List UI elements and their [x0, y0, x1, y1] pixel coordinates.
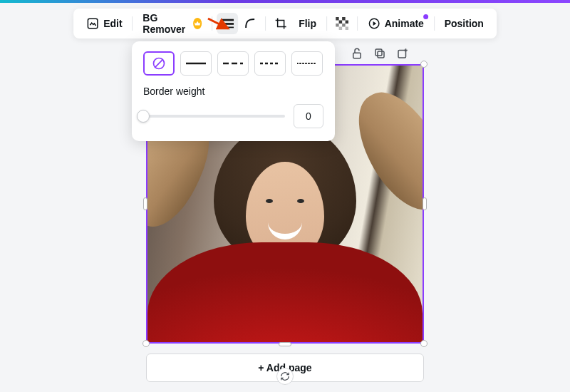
separator — [326, 16, 327, 31]
svg-rect-11 — [345, 27, 348, 31]
svg-rect-7 — [345, 21, 348, 24]
border-style-popover: Border weight 0 — [132, 41, 335, 141]
page-mini-toolbar — [349, 46, 410, 61]
resize-handle-left[interactable] — [143, 197, 147, 210]
border-weight-control: 0 — [143, 104, 323, 128]
lock-button[interactable] — [349, 46, 365, 61]
svg-rect-13 — [353, 53, 361, 58]
border-style-options — [143, 51, 323, 76]
slider-thumb[interactable] — [137, 110, 150, 123]
svg-rect-2 — [221, 23, 234, 25]
border-style-dots[interactable] — [291, 51, 323, 76]
border-style-solid[interactable] — [180, 51, 212, 76]
separator — [265, 16, 266, 31]
svg-line-18 — [155, 59, 163, 68]
corner-rounding-icon — [244, 17, 256, 30]
animate-label: Animate — [385, 18, 424, 29]
bg-remover-button[interactable]: BG Remover — [137, 8, 207, 39]
svg-rect-9 — [342, 24, 346, 27]
svg-rect-3 — [221, 27, 234, 29]
position-button[interactable]: Position — [439, 14, 489, 33]
edit-label: Edit — [103, 18, 122, 29]
separator — [212, 16, 213, 31]
sync-icon — [280, 371, 290, 381]
context-toolbar: Edit BG Remover Flip — [73, 9, 497, 38]
svg-rect-4 — [336, 17, 339, 21]
flip-label: Flip — [299, 18, 316, 29]
border-style-short-dash[interactable] — [254, 51, 286, 76]
border-weight-value: 0 — [306, 110, 311, 122]
animate-icon — [368, 17, 380, 30]
separator — [357, 16, 358, 31]
svg-rect-14 — [378, 51, 384, 58]
border-weight-input[interactable]: 0 — [294, 104, 323, 128]
resize-handle-right[interactable] — [423, 197, 427, 210]
animate-button[interactable]: Animate — [362, 13, 430, 34]
crown-icon — [193, 18, 202, 29]
resize-handle-bottom[interactable] — [279, 342, 291, 346]
svg-rect-16 — [398, 51, 406, 58]
svg-rect-5 — [342, 17, 346, 21]
separator — [434, 16, 435, 31]
svg-rect-15 — [375, 49, 382, 56]
resize-handle-br[interactable] — [420, 340, 428, 347]
border-style-none[interactable] — [143, 51, 175, 76]
edit-image-icon — [86, 17, 99, 30]
transparency-button[interactable] — [331, 13, 353, 34]
svg-rect-10 — [338, 27, 342, 31]
svg-rect-6 — [338, 21, 342, 24]
add-page-icon-button[interactable] — [395, 46, 410, 61]
border-style-button[interactable] — [217, 13, 238, 34]
resize-handle-tr[interactable] — [420, 61, 428, 68]
corner-rounding-button[interactable] — [239, 13, 261, 34]
bg-remover-label: BG Remover — [142, 12, 189, 35]
flip-button[interactable]: Flip — [293, 14, 322, 33]
position-label: Position — [445, 18, 484, 29]
notification-dot-icon — [423, 14, 428, 19]
top-gradient-bar — [0, 0, 570, 3]
sync-button[interactable] — [276, 368, 294, 385]
crop-button[interactable] — [270, 13, 291, 34]
separator — [133, 16, 133, 31]
edit-button[interactable]: Edit — [81, 13, 128, 34]
border-weight-slider[interactable] — [143, 115, 285, 118]
svg-rect-1 — [221, 19, 234, 21]
svg-rect-8 — [336, 24, 339, 27]
border-weight-label: Border weight — [143, 86, 323, 97]
transparency-icon — [336, 17, 348, 30]
resize-handle-bl[interactable] — [142, 340, 150, 347]
crop-icon — [274, 17, 287, 30]
border-style-long-dash[interactable] — [217, 51, 249, 76]
border-style-icon — [221, 17, 234, 30]
duplicate-button[interactable] — [372, 46, 388, 61]
